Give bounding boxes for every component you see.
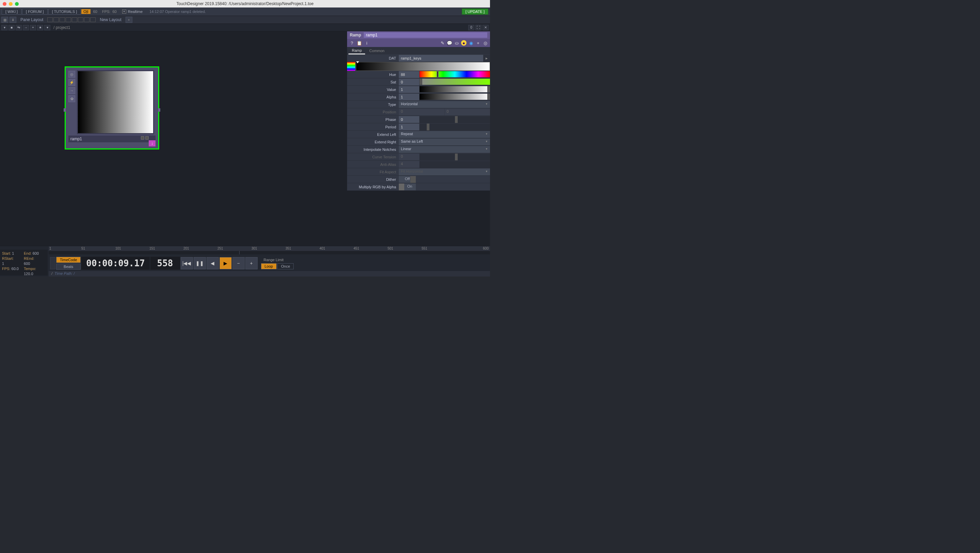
phase-field[interactable] (399, 116, 419, 123)
clone-icon[interactable]: ✿ (68, 96, 75, 102)
type-select[interactable]: Horizontal (399, 101, 490, 108)
window-title: TouchDesigner 2019.15840: /Users/adminis… (0, 2, 490, 6)
playhead[interactable] (239, 251, 240, 254)
timecode-mode-button[interactable]: TimeCode (56, 257, 81, 263)
close-pane-icon[interactable]: ✕ (482, 25, 488, 30)
oi-toggle[interactable]: O|I (81, 9, 90, 14)
bypass-icon[interactable]: ⚡ (68, 79, 75, 86)
bookmark-icon[interactable]: ★ (37, 25, 43, 30)
language-icon[interactable]: ◉ (468, 40, 474, 46)
fps-target: 60 (91, 9, 99, 14)
time-path[interactable]: / Time Path: / (49, 271, 490, 276)
sat-field[interactable] (399, 79, 419, 86)
comment-icon[interactable]: 💬 (447, 40, 452, 46)
tutorials-link[interactable]: [ TUTORIALS ] (48, 8, 81, 14)
expand-icon[interactable]: ⛶ (476, 25, 482, 30)
python-icon[interactable]: ● (461, 40, 466, 46)
wiki-link[interactable]: [ WIKI ] (2, 8, 21, 14)
ramp-node[interactable]: ◎ ⚡ → ✿ ramp1 ↓ (65, 66, 159, 150)
network-editor[interactable]: ◎ ⚡ → ✿ ramp1 ↓ (0, 31, 347, 246)
loop-button[interactable]: Loop (261, 263, 277, 269)
interp-select[interactable]: Linear (399, 146, 490, 153)
hue-label: Hue (347, 73, 399, 76)
period-field[interactable] (399, 124, 419, 131)
value-slider[interactable] (420, 86, 490, 92)
play-icon[interactable]: ▾ (2, 25, 8, 30)
timeline-ruler[interactable]: 1 51 101 151 201 251 301 351 401 451 501… (49, 246, 490, 251)
add-layout-button[interactable]: + (126, 17, 132, 23)
timeline-stats[interactable]: Start: 1End: 600 RStart: 1REnd: 600 FPS:… (0, 250, 48, 276)
alpha-field[interactable] (399, 94, 419, 100)
fit-select: Fit Horizontal (399, 169, 490, 175)
position-x: 0 (399, 108, 444, 115)
tab-ramp[interactable]: Ramp (348, 47, 365, 54)
update-button[interactable]: [ UPDATE ] (462, 8, 488, 14)
dither-label: Dither (347, 177, 399, 182)
period-slider[interactable] (420, 124, 490, 131)
palette-icon[interactable]: ▦ (2, 17, 8, 23)
timeline-grip[interactable] (50, 257, 56, 269)
hue-field[interactable] (399, 71, 419, 78)
phase-slider[interactable] (420, 116, 490, 123)
lock-icon[interactable]: → (68, 87, 75, 94)
info-icon[interactable]: i (364, 40, 369, 46)
extend-left-select[interactable]: Repeat (399, 131, 490, 138)
dropdown-icon[interactable]: ▾ (44, 25, 50, 30)
plus-icon[interactable]: + (476, 40, 481, 46)
menubar: [ WIKI ] [ FORUM ] [ TUTORIALS ] O|I 60 … (0, 8, 490, 16)
node-preview (77, 70, 154, 134)
step-back-button[interactable]: ◀ (207, 257, 219, 269)
ramp-gradient[interactable] (356, 62, 490, 71)
pencil-icon[interactable]: ✎ (440, 40, 445, 46)
sat-label: Sat (347, 80, 399, 84)
dat-field[interactable] (399, 55, 483, 62)
minus-button[interactable]: − (232, 257, 245, 269)
viewer-icon[interactable]: ◎ (68, 71, 75, 78)
play-button[interactable]: ▶ (220, 257, 232, 269)
tag-icon[interactable]: ⛀ (454, 40, 460, 46)
layout-presets[interactable] (47, 18, 95, 22)
node-flag-2[interactable] (145, 136, 149, 140)
hue-slider[interactable] (420, 71, 490, 77)
dat-picker-icon[interactable]: ▸ (483, 55, 490, 62)
note-icon[interactable]: 📋 (356, 40, 362, 46)
zero-button[interactable]: 0 (468, 25, 474, 30)
frame-display[interactable]: 558 (150, 257, 180, 270)
timecode-display[interactable]: 00:00:09.17 (81, 257, 150, 270)
link-icon[interactable]: ⇆ (16, 25, 22, 30)
alpha-label: Alpha (347, 95, 399, 99)
rewind-button[interactable]: |◀◀ (181, 257, 193, 269)
alpha-slider[interactable] (420, 94, 490, 100)
gear-icon[interactable]: ◎ (482, 40, 488, 46)
ramp-color-swatch[interactable] (347, 62, 355, 71)
network-path[interactable]: / project1 (51, 25, 70, 30)
forum-link[interactable]: [ FORUM ] (22, 8, 48, 14)
pause-button[interactable]: ❚❚ (194, 257, 206, 269)
timeline-track[interactable] (49, 251, 490, 254)
help-icon[interactable]: ? (349, 40, 355, 46)
plus-button[interactable]: + (245, 257, 258, 269)
once-button[interactable]: Once (277, 263, 294, 269)
node-flag-1[interactable] (141, 136, 144, 140)
extend-right-select[interactable]: Same as Left (399, 139, 490, 145)
sat-slider[interactable] (420, 79, 490, 85)
node-output-icon[interactable]: ↓ (149, 140, 156, 147)
value-label: Value (347, 88, 399, 92)
dither-toggle[interactable]: Off (399, 176, 416, 183)
realtime-toggle[interactable]: ✕ Realtime (119, 9, 145, 14)
main-area: ◎ ⚡ → ✿ ramp1 ↓ Ramp ramp1 ? 📋 i ✎ 💬 (0, 31, 490, 246)
stop-icon[interactable]: ■ (8, 25, 14, 30)
save-icon[interactable]: ⬇ (10, 17, 16, 23)
fps-label: FPS: 60 (100, 9, 119, 14)
beats-mode-button[interactable]: Beats (56, 264, 81, 270)
input-connector[interactable] (64, 108, 66, 112)
op-name-field[interactable]: ramp1 (364, 32, 487, 38)
parameter-panel: Ramp ramp1 ? 📋 i ✎ 💬 ⛀ ● ◉ + ◎ Ramp Comm… (347, 31, 490, 191)
forward-icon[interactable]: → (23, 25, 29, 30)
output-connector[interactable] (158, 108, 160, 112)
curve-slider (420, 154, 490, 160)
tab-common[interactable]: Common (366, 48, 388, 54)
add-icon[interactable]: + (30, 25, 36, 30)
mult-toggle[interactable]: On (399, 183, 416, 190)
value-field[interactable] (399, 86, 419, 93)
